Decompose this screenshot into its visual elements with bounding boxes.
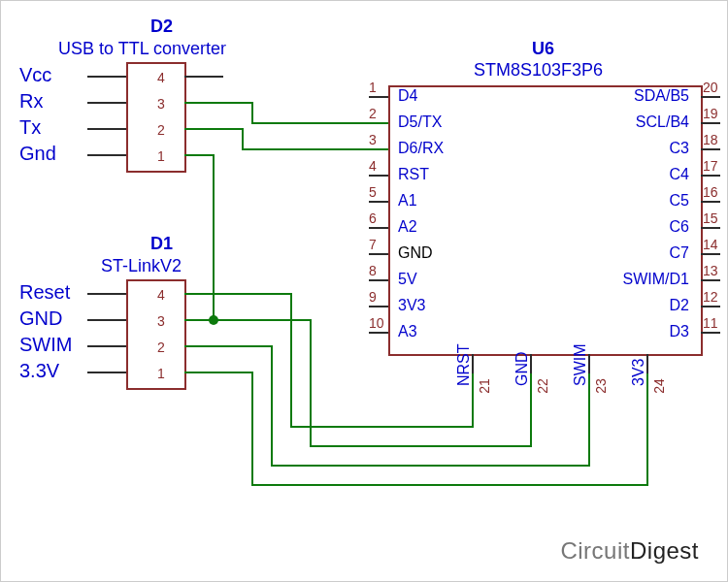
u6-pin-4-label: RST — [398, 166, 429, 183]
u6-pin-12-num: 12 — [703, 289, 718, 305]
u6-pin-22-num: 22 — [535, 378, 550, 394]
u6-pin-21-label: NRST — [455, 347, 473, 386]
u6-pin-19-label: SCL/B4 — [573, 113, 689, 131]
d2-sig-gnd: Gnd — [19, 143, 56, 165]
u6-pin-5-num: 5 — [369, 184, 377, 200]
u6-pin-16-num: 16 — [703, 184, 718, 200]
u6-pin-3-label: D6/RX — [398, 140, 444, 157]
u6-pin-14-num: 14 — [703, 237, 718, 252]
u6-pin-23-num: 23 — [593, 378, 609, 394]
u6-pin-19-num: 19 — [703, 106, 718, 121]
u6-pin-16-label: C5 — [573, 192, 689, 210]
u6-pin-11-label: D3 — [573, 323, 689, 340]
brand-2: Digest — [630, 537, 699, 564]
u6-pin-10-label: A3 — [398, 323, 417, 340]
u6-pin-6-num: 6 — [369, 210, 377, 226]
u6-pin-17-label: C4 — [573, 166, 689, 183]
u6-pin-22-label: GND — [513, 347, 531, 386]
d2-pin2-num: 2 — [157, 122, 165, 138]
u6-pin-11-num: 11 — [703, 315, 718, 331]
d1-sig-3v3: 3.3V — [19, 360, 59, 382]
u6-pin-18-label: C3 — [573, 140, 689, 157]
d1-sig-reset: Reset — [19, 281, 70, 304]
u6-pin-5-label: A1 — [398, 192, 417, 210]
u6-ref: U6 — [532, 39, 554, 59]
d1-sig-gnd: GND — [19, 307, 62, 330]
d1-body: 4 3 2 1 — [126, 279, 186, 390]
u6-pin-1-label: D4 — [398, 87, 417, 105]
d2-value: USB to TTL converter — [58, 39, 226, 59]
d2-pin4-num: 4 — [157, 70, 165, 85]
d2-sig-vcc: Vcc — [19, 64, 51, 86]
u6-pin-13-num: 13 — [703, 263, 718, 278]
u6-pin-14-label: C7 — [573, 244, 689, 262]
u6-pin-3-num: 3 — [369, 132, 377, 147]
d1-ref: D1 — [150, 234, 173, 254]
brand-1: Circuit — [560, 537, 630, 564]
u6-pin-10-num: 10 — [369, 315, 384, 331]
u6-pin-24-num: 24 — [651, 378, 667, 394]
u6-pin-23-label: SWIM — [572, 347, 589, 386]
d1-value: ST-LinkV2 — [101, 256, 182, 276]
u6-pin-17-num: 17 — [703, 158, 718, 174]
branding: CircuitDigest — [560, 537, 699, 565]
u6-pin-2-num: 2 — [369, 106, 377, 121]
d2-ref: D2 — [150, 16, 173, 37]
u6-pin-1-num: 1 — [369, 80, 377, 95]
u6-value: STM8S103F3P6 — [474, 60, 603, 81]
d1-sig-swim: SWIM — [19, 334, 72, 356]
u6-pin-24-label: 3V3 — [630, 347, 647, 386]
u6-pin-15-label: C6 — [573, 218, 689, 236]
d2-pin3-num: 3 — [157, 96, 165, 112]
d1-pin1-num: 1 — [157, 366, 165, 381]
u6-pin-20-label: SDA/B5 — [573, 87, 689, 105]
d1-pin4-num: 4 — [157, 287, 165, 303]
u6-pin-15-num: 15 — [703, 210, 718, 226]
d1-pin2-num: 2 — [157, 340, 165, 355]
u6-pin-12-label: D2 — [573, 297, 689, 314]
u6-pin-9-num: 9 — [369, 289, 377, 305]
u6-pin-7-label: GND — [398, 244, 433, 262]
d2-pin1-num: 1 — [157, 148, 165, 164]
u6-pin-13-label: SWIM/D1 — [573, 271, 689, 288]
u6-pin-8-label: 5V — [398, 271, 417, 288]
u6-pin-2-label: D5/TX — [398, 113, 442, 131]
u6-pin-21-num: 21 — [477, 378, 492, 394]
u6-pin-8-num: 8 — [369, 263, 377, 278]
u6-pin-9-label: 3V3 — [398, 297, 425, 314]
d1-pin3-num: 3 — [157, 313, 165, 329]
u6-pin-18-num: 18 — [703, 132, 718, 147]
u6-pin-4-num: 4 — [369, 158, 377, 174]
u6-pin-7-num: 7 — [369, 237, 377, 252]
u6-pin-6-label: A2 — [398, 218, 417, 236]
d2-sig-rx: Rx — [19, 90, 43, 113]
u6-pin-20-num: 20 — [703, 80, 718, 95]
d2-body: 4 3 2 1 — [126, 62, 186, 173]
d2-sig-tx: Tx — [19, 116, 41, 139]
